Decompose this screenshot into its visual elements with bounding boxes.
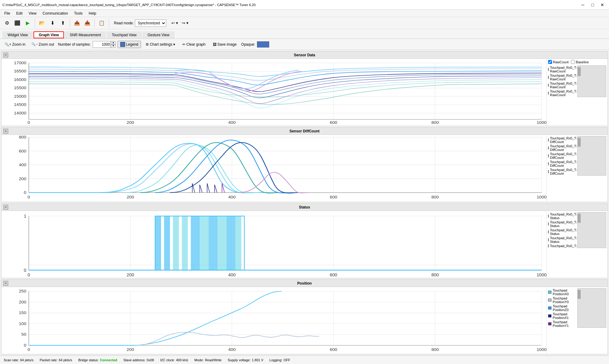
legend-scroll-diff: Touchpad_Rx0_Tx0 DiffCount Touchpad_Rx0_…: [548, 136, 577, 176]
i2c-clock-label: I2C clock:: [160, 358, 175, 362]
opaque-color-swatch[interactable]: [257, 41, 269, 47]
samples-down-button[interactable]: ▼: [111, 44, 116, 48]
diff-count-collapse-button[interactable]: −: [3, 129, 8, 134]
settings-button[interactable]: ⚙: [2, 19, 12, 28]
legend-scroll-status: Touchpad_Rx0_Tx0 Status Touchpad_Rx0_Tx1…: [548, 212, 577, 248]
legend-scroll-position: Touchpad PositionX0 Touchpad PositionY0 …: [548, 288, 577, 328]
svg-rect-83: [224, 216, 227, 270]
svg-text:0: 0: [24, 343, 26, 348]
svg-rect-76: [191, 216, 197, 270]
mode-label: Mode:: [194, 358, 204, 362]
open-button[interactable]: 📂: [37, 19, 47, 28]
baseline-checkbox-group[interactable]: Baseline: [571, 60, 589, 64]
sensor-data-collapse-button[interactable]: −: [3, 53, 8, 58]
slave-address-value: 0x08: [147, 358, 154, 362]
mode-value: Read/Write: [205, 358, 222, 362]
svg-rect-78: [200, 216, 206, 270]
svg-text:600: 600: [330, 348, 337, 352]
stop-button[interactable]: ⬛: [13, 19, 22, 28]
samples-input[interactable]: [93, 41, 111, 48]
sensor-data-panel: − Sensor Data: [1, 51, 608, 126]
svg-text:150: 150: [19, 311, 26, 315]
zoom-out-button[interactable]: 🔍− Zoom out: [29, 41, 56, 48]
run-button[interactable]: ▶: [23, 19, 32, 28]
menu-item-communication[interactable]: Communication: [40, 11, 71, 16]
menu-item-view[interactable]: View: [26, 11, 40, 16]
svg-text:16500: 16500: [14, 69, 26, 73]
svg-rect-86: [235, 216, 241, 270]
baseline-checkbox[interactable]: [571, 60, 575, 64]
zoom-in-button[interactable]: 🔍+ Zoom in: [2, 41, 27, 48]
svg-text:0: 0: [27, 272, 30, 277]
read-mode-select[interactable]: Synchronized Continuous: [135, 19, 166, 27]
diff-count-legend: Touchpad_Rx0_Tx0 DiffCount Touchpad_Rx0_…: [547, 135, 607, 202]
legend-items-status: Touchpad_Rx0_Tx0 Status Touchpad_Rx0_Tx1…: [548, 212, 606, 248]
i2c-clock-value: 400 kHz: [176, 358, 188, 362]
position-collapse-button[interactable]: −: [3, 281, 8, 286]
import-button[interactable]: 📥: [83, 19, 92, 28]
graph-toolbar: 🔍+ Zoom in 🔍− Zoom out Number of samples…: [0, 39, 609, 50]
bridge-status-label: Bridge status:: [78, 358, 99, 362]
legend-color-swatch: [548, 222, 549, 226]
legend-color-swatch: [548, 306, 551, 310]
position-panel: − Position: [1, 279, 608, 354]
minimize-button[interactable]: ─: [579, 2, 587, 8]
legend-scrollbar-status[interactable]: [577, 212, 607, 248]
legend-scrollbar-thumb[interactable]: [578, 214, 581, 223]
undo-redo-group: ↩ ▾ ↪ ▾: [170, 19, 190, 27]
legend-scrollbar-diff[interactable]: [577, 136, 607, 176]
samples-up-button[interactable]: ▲: [111, 41, 116, 44]
svg-text:600: 600: [330, 121, 337, 125]
tab-touchpad-view[interactable]: Touchpad View: [107, 31, 142, 38]
scan-rate-value: 64 pkts/s: [20, 358, 33, 362]
rawcount-checkbox[interactable]: [548, 60, 552, 64]
status-collapse-button[interactable]: −: [3, 205, 8, 210]
opaque-label: Opaque:: [241, 42, 255, 47]
menu-item-tools[interactable]: Tools: [71, 11, 86, 16]
tab-snr-measurement[interactable]: SNR Measurement: [65, 31, 106, 38]
legend-scrollbar-thumb[interactable]: [578, 67, 581, 76]
legend-scrollbar-thumb[interactable]: [578, 290, 581, 299]
svg-text:0: 0: [27, 121, 30, 125]
rawcount-checkbox-group[interactable]: RawCount: [548, 60, 569, 64]
i2c-clock-item: I2C clock: 400 kHz: [160, 358, 188, 362]
legend-item: Touchpad_Rx0_Tx4 DiffCount: [548, 168, 577, 176]
legend-scrollbar-sensor[interactable]: [577, 65, 607, 97]
legend-items-position: Touchpad PositionX0 Touchpad PositionY0 …: [548, 288, 606, 328]
svg-text:200: 200: [127, 121, 134, 125]
report-button[interactable]: 📋: [97, 19, 106, 28]
sensor-data-svg: 17000 16500 16000 15500 15000 14500 1400…: [2, 59, 547, 126]
chart-settings-button[interactable]: ⚙ Chart settings ▾: [143, 41, 178, 48]
sensor-data-body: 17000 16500 16000 15500 15000 14500 1400…: [2, 59, 607, 126]
samples-spinner[interactable]: ▲ ▼: [111, 41, 116, 48]
legend-color-swatch: [548, 146, 549, 149]
undo-button[interactable]: ↩ ▾: [170, 19, 180, 27]
redo-button[interactable]: ↪ ▾: [180, 19, 190, 27]
position-legend: Touchpad PositionX0 Touchpad PositionY0 …: [547, 287, 607, 354]
svg-rect-75: [182, 216, 188, 270]
tab-gesture-view[interactable]: Gesture View: [143, 31, 175, 38]
tab-graph-view[interactable]: Graph View: [33, 31, 64, 38]
svg-text:200: 200: [19, 176, 26, 181]
scan-rate-item: Scan rate: 64 pkts/s: [4, 358, 33, 362]
tab-widget-view[interactable]: Widget View: [2, 31, 33, 38]
legend-scroll-sensor: Touchpad_Rx0_Tx0 RawCount Touchpad_Rx0_T…: [548, 65, 577, 97]
menu-item-edit[interactable]: Edit: [13, 11, 26, 16]
position-chart-area: 250 200 150 100 50 0 0 200 400 600 800 1…: [2, 287, 547, 354]
export-button[interactable]: 📤: [72, 19, 82, 28]
close-button[interactable]: ✕: [598, 2, 607, 8]
samples-spinbox[interactable]: ▲ ▼: [93, 41, 116, 48]
menu-item-help[interactable]: Help: [86, 11, 99, 16]
legend-button[interactable]: Legend: [118, 41, 141, 48]
legend-color-swatch: [548, 162, 549, 165]
download-button[interactable]: ⬇: [48, 19, 57, 28]
upload-button[interactable]: ⬆: [58, 19, 67, 28]
legend-scrollbar-position[interactable]: [577, 288, 607, 328]
save-image-button[interactable]: 🖼 Save image: [210, 41, 239, 48]
menu-item-file[interactable]: File: [1, 11, 13, 16]
svg-text:17000: 17000: [14, 61, 26, 65]
clear-graph-button[interactable]: ✏ Clear graph: [180, 41, 208, 48]
legend-scrollbar-thumb[interactable]: [578, 138, 581, 147]
svg-text:600: 600: [330, 272, 337, 277]
maximize-button[interactable]: □: [588, 2, 597, 8]
